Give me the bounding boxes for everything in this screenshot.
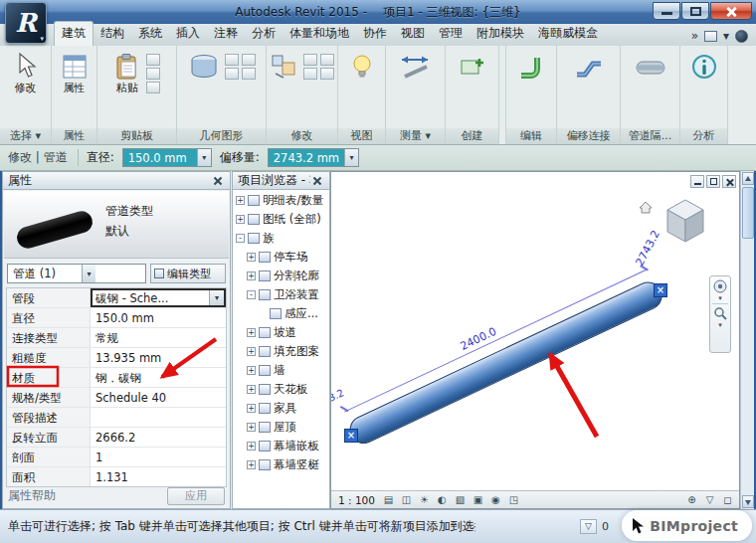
panel-strip-geometry[interactable]: 几何图形 [177, 128, 266, 144]
chevron-down-icon[interactable] [197, 149, 211, 166]
expander-icon[interactable]: + [247, 253, 256, 262]
tab-annotate[interactable]: 注释 [207, 22, 245, 46]
tab-collaborate[interactable]: 协作 [356, 22, 394, 46]
apply-button[interactable]: 应用 [167, 487, 225, 505]
reveal-constraints-icon[interactable]: ⊕ [684, 493, 699, 507]
home-icon[interactable] [638, 200, 654, 214]
panel-strip-view[interactable]: 视图 [338, 128, 385, 144]
segment-value[interactable]: 碳钢 - Sche... [93, 290, 209, 305]
pipe-connector-icon[interactable]: × [344, 429, 358, 443]
view-scale-button[interactable]: 1 : 100 [335, 494, 378, 506]
expander-icon[interactable]: + [247, 442, 256, 451]
property-value[interactable]: 13.935 mm [91, 348, 226, 367]
expander-icon[interactable]: + [247, 423, 256, 432]
properties-button[interactable]: 属性 [60, 52, 90, 95]
ribbon-collapse-icon[interactable]: ▾ [723, 29, 729, 43]
browser-item-ramp[interactable]: +坡道 [234, 323, 328, 342]
close-button[interactable] [710, 2, 752, 20]
shadows-icon[interactable]: ◐ [435, 493, 450, 507]
expander-icon[interactable]: + [247, 328, 256, 337]
detail-level-icon[interactable]: ▤ [381, 493, 396, 507]
close-icon[interactable] [211, 174, 225, 188]
panel-strip-analysis[interactable]: 分析 [680, 128, 727, 144]
analysis-button[interactable] [689, 52, 719, 82]
browser-item-fill-patterns[interactable]: +填充图案 [234, 342, 328, 361]
drawing-area-3d-view[interactable]: 2400.0 × × 2743.2 3.2 ▾ ▾ 1 : 100 ▤ [330, 171, 740, 509]
project-browser-header[interactable]: 项目浏览器 - 项目1 [233, 172, 329, 190]
panel-strip-modify[interactable]: 修改 [267, 128, 337, 144]
pipe-connector-icon[interactable]: × [654, 283, 667, 297]
create-button[interactable] [458, 52, 487, 82]
scroll-down-icon[interactable] [742, 495, 754, 508]
type-selector-combo[interactable]: 管道 (1) [7, 264, 146, 283]
maximize-button[interactable] [681, 2, 709, 20]
beam-joins-icon[interactable] [242, 68, 256, 80]
property-value[interactable]: 1.131 [91, 467, 226, 486]
tab-manage[interactable]: 管理 [432, 22, 470, 46]
tab-overflow-chevron[interactable]: » [691, 29, 698, 43]
modify-tools-button[interactable] [270, 52, 299, 82]
offset-connect-button[interactable] [574, 52, 604, 82]
view-minimize-icon[interactable] [690, 175, 704, 188]
browser-item-parking[interactable]: +停车场 [234, 248, 328, 267]
paste-button[interactable]: 粘贴 [112, 52, 142, 95]
expander-icon[interactable]: + [247, 385, 256, 394]
sun-path-icon[interactable]: ☀ [417, 493, 432, 507]
properties-help-link[interactable]: 属性帮助 [8, 487, 56, 504]
diameter-combo[interactable]: 150.0 mm [122, 148, 212, 167]
panel-strip-measure[interactable]: 测量 ▾ [386, 128, 445, 144]
reveal-hidden-icon[interactable]: ▽ [702, 493, 717, 507]
expander-icon[interactable]: + [236, 196, 245, 205]
panel-strip-edit[interactable]: 编辑 [506, 128, 556, 144]
vertical-scrollbar[interactable] [740, 171, 754, 509]
mirror-icon[interactable] [303, 68, 317, 80]
tab-plugin[interactable]: 海颐威模盒 [531, 22, 605, 46]
offset-combo[interactable]: 2743.2 mm [268, 148, 359, 167]
expander-icon[interactable]: + [247, 460, 256, 469]
offset-icon[interactable] [320, 54, 334, 66]
expander-icon[interactable]: + [247, 366, 256, 375]
modify-button[interactable]: 修改 [11, 52, 41, 95]
chevron-down-icon[interactable] [209, 290, 224, 305]
match-type-icon[interactable] [146, 82, 160, 93]
cut-geometry-icon[interactable] [225, 54, 239, 66]
revit-app-button[interactable]: R [5, 2, 47, 44]
chevron-down-icon[interactable]: ▾ [718, 295, 722, 301]
ribbon-state-icon[interactable] [704, 31, 717, 42]
scroll-up-icon[interactable] [742, 172, 754, 185]
pipe-insulation-button[interactable] [634, 52, 667, 82]
chevron-down-icon[interactable]: ▾ [718, 322, 722, 328]
panel-strip-clipboard[interactable]: 剪贴板 [97, 128, 176, 144]
crop-view-icon[interactable]: ▧ [453, 493, 468, 507]
property-value[interactable] [91, 408, 226, 427]
segment-combo[interactable]: 碳钢 - Sche... [91, 288, 226, 307]
wall-joins-icon[interactable] [225, 68, 239, 80]
lock-view-icon[interactable]: ◉ [488, 493, 503, 507]
expander-icon[interactable]: + [236, 215, 245, 224]
browser-item-walls[interactable]: +墙 [234, 361, 328, 380]
browser-item-schedules[interactable]: +明细表/数量 [234, 191, 328, 210]
visual-style-icon[interactable]: ◫ [399, 493, 414, 507]
scrollbar-thumb[interactable] [742, 187, 754, 239]
chevron-down-icon[interactable] [82, 265, 95, 282]
geometry-button[interactable] [187, 52, 221, 82]
tab-insert[interactable]: 插入 [169, 22, 207, 46]
measure-button[interactable] [396, 52, 436, 82]
browser-item-plumbing-fixtures[interactable]: -卫浴装置 [234, 285, 328, 304]
property-value[interactable]: 2666.2 [91, 428, 226, 447]
browser-item-curtain-mullions[interactable]: +幕墙竖梃 [234, 455, 328, 474]
edit-type-button[interactable]: 编辑类型 [150, 264, 226, 283]
isolate-icon[interactable]: ◳ [506, 493, 521, 507]
zoom-icon[interactable] [713, 306, 727, 320]
expander-icon[interactable]: + [247, 404, 256, 413]
browser-item-roofs[interactable]: +屋顶 [234, 418, 328, 437]
expander-icon[interactable]: - [247, 290, 256, 299]
tab-view[interactable]: 视图 [394, 22, 432, 46]
filter-icon[interactable]: ▽ [580, 519, 597, 534]
browser-item-sheets[interactable]: +图纸 (全部) [234, 210, 328, 229]
property-value[interactable]: 常规 [91, 328, 226, 347]
steering-wheel-icon[interactable] [713, 279, 727, 293]
join-geometry-icon[interactable] [242, 54, 256, 66]
edit-pipe-button[interactable] [516, 52, 546, 82]
align-icon[interactable] [303, 54, 317, 66]
